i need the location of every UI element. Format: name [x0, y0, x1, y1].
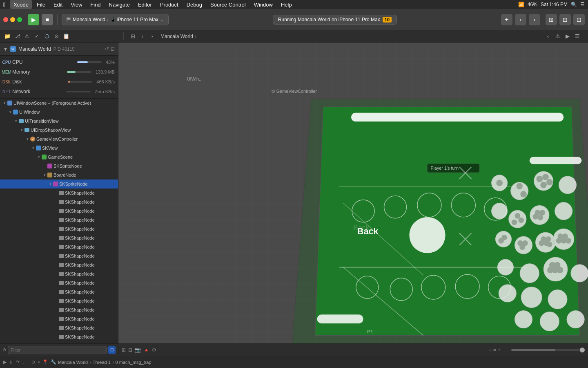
menu-product[interactable]: Product — [157, 0, 182, 9]
debug-run-icon[interactable]: ▶ — [3, 359, 7, 365]
scheme-selector[interactable]: 🏁 Mancala World › 📱 iPhone 11 Pro Max ⌄ — [62, 14, 169, 25]
refresh-icon[interactable]: ↺ — [105, 46, 109, 52]
debug-breakpoint-icon[interactable]: ⊙ — [31, 359, 35, 365]
debug-pause-icon[interactable]: ⏸ — [9, 360, 13, 365]
nav-forward-icon[interactable]: › — [148, 32, 156, 40]
tree-item[interactable]: ▾ SKView — [0, 144, 118, 153]
zoom-equal-icon[interactable]: = — [493, 347, 496, 353]
tree-item[interactable]: ▸SKShapeNode — [0, 242, 118, 251]
snapshot-icon[interactable]: 📷 — [135, 347, 141, 353]
maximize-button[interactable] — [17, 17, 22, 22]
tree-item[interactable]: ▸SKShapeNode — [0, 188, 118, 197]
zoom-in-icon[interactable]: + — [498, 347, 501, 353]
debug-simulate-icon[interactable]: ⌖ — [38, 359, 40, 365]
tree-item[interactable]: ▸SKShapeNode — [0, 323, 118, 332]
tree-item[interactable]: ▸SKShapeNode — [0, 251, 118, 260]
add-button[interactable]: + — [501, 14, 512, 25]
menu-navigate[interactable]: Navigate — [106, 0, 133, 9]
memory-metric[interactable]: MEM Memory 130.9 MB — [0, 67, 118, 77]
menu-help[interactable]: Help — [278, 0, 295, 9]
menu-source-control[interactable]: Source Control — [207, 0, 249, 9]
inspector-icon[interactable]: ☰ — [573, 32, 581, 40]
debug-step-in-icon[interactable]: ↓ — [22, 360, 24, 365]
close-button[interactable] — [3, 17, 8, 22]
back-button[interactable]: ‹ — [515, 14, 526, 25]
tree-item[interactable]: ▸SKShapeNode — [0, 206, 118, 215]
tree-item[interactable]: ▸ SKSpriteNode — [0, 162, 118, 171]
menu-find[interactable]: Find — [87, 0, 104, 9]
inspect-icon[interactable]: ⊡ — [111, 46, 115, 52]
tree-item[interactable]: ▸SKShapeNode — [0, 332, 118, 341]
tree-item[interactable]: ▸SKShapeNode — [0, 296, 118, 305]
memory-graph-icon[interactable]: 🔺 — [143, 347, 149, 353]
tree-item[interactable]: ▾ SKSpriteNode — [0, 180, 118, 188]
canvas-area: UIWin... ⚙ GameViewController — [118, 43, 588, 343]
tree-item[interactable]: ▾ UIWindowScene – (Foreground Active) — [0, 99, 118, 108]
report-icon[interactable]: 📋 — [62, 32, 70, 40]
grid-view-icon[interactable]: ⊞ — [129, 32, 137, 40]
tree-item[interactable]: ▸SKShapeNode — [0, 215, 118, 224]
layout-btn3[interactable]: ⊡ — [573, 14, 585, 25]
inspector-back-icon[interactable]: ‹ — [544, 32, 552, 40]
tree-item[interactable]: ▸SKShapeNode — [0, 269, 118, 278]
network-metric[interactable]: NET Network Zero KB/s — [0, 87, 118, 96]
run-button[interactable]: ▶ — [28, 14, 39, 25]
tree-item[interactable]: ▸SKShapeNode — [0, 278, 118, 287]
tree-item[interactable]: ▾ BoardNode — [0, 171, 118, 180]
debug-step-over-icon[interactable]: ↷ — [16, 359, 20, 365]
menu-editor[interactable]: Editor — [135, 0, 155, 9]
tree-item[interactable]: ▸SKShapeNode — [0, 305, 118, 314]
apple-menu[interactable]:  — [3, 1, 5, 8]
tree-item[interactable]: ▾ V GameViewController — [0, 135, 118, 144]
tree-item[interactable]: ▸SKShapeNode — [0, 197, 118, 206]
minimize-button[interactable] — [10, 17, 15, 22]
spotlight-icon[interactable]: 🔍 — [571, 2, 577, 7]
tree-item[interactable]: ▸SKShapeNode — [0, 224, 118, 233]
tree-item[interactable]: ▾ UIDropShadowView — [0, 126, 118, 135]
tree-item[interactable]: ▸SKShapeNode — [0, 287, 118, 296]
env-icon[interactable]: ⚙ — [152, 347, 156, 353]
debug-icon[interactable]: ⬡ — [42, 32, 51, 40]
tree-item[interactable]: ▾ UITransitionView — [0, 117, 118, 126]
forward-button[interactable]: › — [529, 14, 540, 25]
menu-view[interactable]: View — [67, 0, 85, 9]
stop-button[interactable]: ■ — [42, 14, 53, 25]
disk-metric[interactable]: DSK Disk 468 KB/s — [0, 77, 118, 87]
debug-step-out-icon[interactable]: ↑ — [27, 360, 29, 365]
layout-btn1[interactable]: ⊞ — [546, 14, 557, 25]
menu-edit[interactable]: Edit — [50, 0, 66, 9]
tree-item[interactable]: ▾ GameScene — [0, 153, 118, 162]
tree-item[interactable]: ▸SKShapeNode — [0, 260, 118, 269]
menu-xcode[interactable]: Xcode — [10, 0, 32, 9]
warning-nav-icon[interactable]: ⚠ — [23, 32, 31, 40]
menu-file[interactable]: File — [33, 0, 49, 9]
scm-icon[interactable]: ⎇ — [13, 32, 21, 40]
zoom-out-icon[interactable]: − — [489, 347, 492, 353]
tree-item[interactable]: ▸SKShapeNode — [0, 233, 118, 242]
warning-canvas-icon[interactable]: ⚠ — [554, 32, 562, 40]
svg-point-34 — [542, 174, 549, 180]
debug-location-icon[interactable]: 📍 — [42, 359, 48, 365]
cpu-metric[interactable]: CPU CPU 43% — [0, 57, 118, 67]
menu-debug[interactable]: Debug — [183, 0, 205, 9]
test-icon[interactable]: ✓ — [33, 32, 41, 40]
layout-btn2[interactable]: ⊟ — [559, 14, 571, 25]
notification-icon[interactable]: ☰ — [580, 2, 585, 7]
filter-input[interactable] — [8, 346, 107, 354]
breakpoint-icon[interactable]: ⊙ — [52, 32, 60, 40]
tree-item[interactable]: ▾ UIWindow — [0, 108, 118, 117]
view-debugger-icon[interactable]: ⊞ — [122, 347, 126, 353]
tree-item[interactable]: ▸SKShapeNode — [0, 314, 118, 323]
svg-point-36 — [546, 179, 553, 186]
view-hierarchy-tree: ▾ UIWindowScene – (Foreground Active) ▾ … — [0, 99, 118, 343]
menu-window[interactable]: Window — [251, 0, 276, 9]
folder-icon[interactable]: 📁 — [3, 32, 11, 40]
nav-back-icon[interactable]: ‹ — [138, 32, 147, 40]
tree-item[interactable]: ▸SKShapeNode — [0, 341, 118, 343]
filter-btn[interactable]: ⊡ — [108, 346, 116, 354]
zoom-slider[interactable] — [511, 349, 585, 351]
cpu-bar — [77, 61, 88, 63]
play-canvas-icon[interactable]: ▶ — [564, 32, 572, 40]
svg-point-67 — [566, 238, 571, 244]
debug-icon2[interactable]: ⊟ — [128, 347, 132, 353]
